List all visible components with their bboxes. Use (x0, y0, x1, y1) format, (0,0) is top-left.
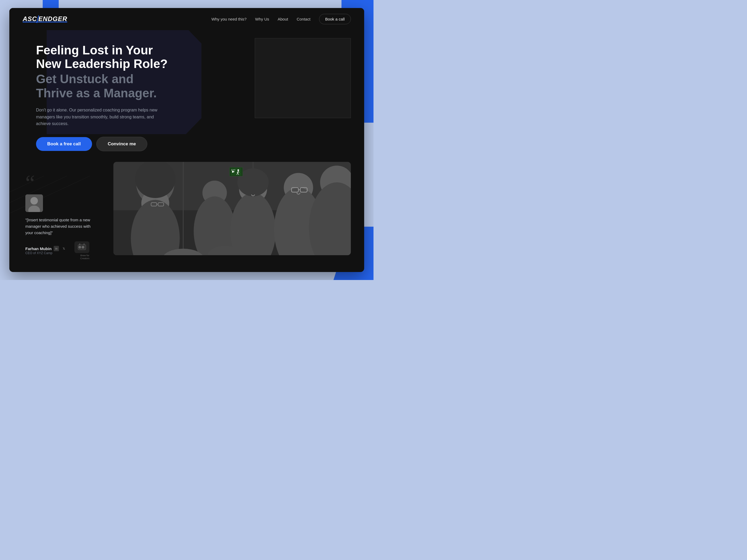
nav-why-us[interactable]: Why Us (255, 17, 269, 21)
testimonial-left: “ "[Insert testimonial quote from a new … (23, 167, 97, 260)
convince-me-button[interactable]: Convince me (96, 137, 148, 151)
svg-point-10 (237, 169, 239, 171)
hero-content: Feeling Lost in Your New Leadership Role… (23, 30, 168, 151)
svg-point-1 (30, 197, 38, 205)
author-title: CEO of XYZ Camp (25, 251, 67, 255)
exit-sign: EXIT (229, 167, 243, 176)
hero-image-placeholder (255, 38, 351, 118)
book-free-call-button[interactable]: Book a free call (36, 137, 92, 151)
nav-links: Why you need this? Why Us About Contact … (211, 14, 351, 24)
hero-subtitle: Get Unstuck and Thrive as a Manager. (36, 72, 168, 100)
team-image: EXIT (113, 162, 351, 255)
browser-window: ASCENDGER Why you need this? Why Us Abou… (9, 8, 364, 272)
hero-title-line2: New Leadership Role? (36, 57, 168, 71)
logo-underline (23, 22, 68, 22)
brew-label: Brew for Creators (80, 254, 89, 260)
hero-subtitle-line2: Thrive as a Manager. (36, 86, 157, 100)
hero-buttons: Book a free call Convince me (36, 137, 168, 151)
linkedin-icon: in (54, 246, 59, 251)
author-name: Farhan Mubin (25, 246, 51, 251)
svg-rect-7 (83, 243, 84, 245)
hero-section: Feeling Lost in Your New Leadership Role… (9, 30, 364, 162)
testimonial-avatar (25, 194, 43, 212)
svg-rect-6 (79, 243, 80, 245)
hero-title-line1: Feeling Lost in Your (36, 43, 153, 57)
logo: ASCENDGER (23, 15, 67, 23)
nav-about[interactable]: About (278, 17, 288, 21)
testimonial-text: "[Insert testimonial quote from a new ma… (25, 217, 97, 236)
logo-part2: END (38, 15, 53, 22)
hero-title-white: Feeling Lost in Your New Leadership Role… (36, 44, 168, 71)
x-twitter-icon: 𝕏 (61, 246, 67, 251)
quote-mark-icon: “ (25, 175, 97, 190)
brew-icon (74, 241, 89, 253)
nav-book-button[interactable]: Book a call (319, 14, 351, 24)
testimonial-author-row: Farhan Mubin in 𝕏 CEO of XYZ Camp (25, 241, 97, 260)
nav-contact[interactable]: Contact (297, 17, 311, 21)
nav-why-you-need[interactable]: Why you need this? (211, 17, 247, 21)
logo-part3: GER (53, 15, 67, 22)
author-info: Farhan Mubin in 𝕏 CEO of XYZ Camp (25, 246, 67, 255)
testimonial-section: “ "[Insert testimonial quote from a new … (9, 162, 364, 270)
logo-part1: ASC (23, 15, 37, 22)
company-logo: Brew for Creators (74, 241, 89, 260)
logo-text: ASCENDGER (23, 15, 67, 23)
navbar: ASCENDGER Why you need this? Why Us Abou… (9, 8, 364, 30)
svg-point-4 (78, 246, 81, 248)
avatar-image (25, 194, 43, 212)
svg-text:EXIT: EXIT (231, 169, 236, 171)
hero-subtitle-line1: Get Unstuck and (36, 72, 134, 86)
hero-description: Don't go it alone. Our personalized coac… (36, 107, 164, 127)
svg-point-5 (82, 246, 84, 248)
